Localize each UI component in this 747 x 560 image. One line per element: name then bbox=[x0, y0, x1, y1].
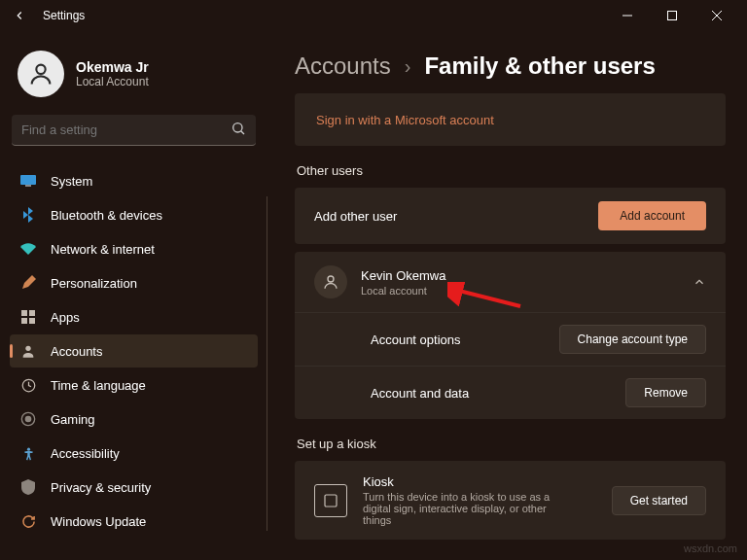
update-icon bbox=[19, 512, 37, 530]
close-button[interactable] bbox=[694, 0, 739, 31]
user-avatar-icon bbox=[314, 265, 347, 298]
sidebar-item-network[interactable]: Network & internet bbox=[10, 232, 258, 265]
remove-button[interactable]: Remove bbox=[625, 378, 706, 407]
main-content: Accounts › Family & other users Sign in … bbox=[267, 31, 747, 560]
kiosk-icon bbox=[314, 484, 347, 517]
breadcrumb: Accounts › Family & other users bbox=[295, 52, 726, 80]
change-account-type-button[interactable]: Change account type bbox=[559, 325, 706, 354]
svg-rect-12 bbox=[29, 318, 35, 324]
sidebar-item-label: Privacy & security bbox=[51, 480, 151, 495]
sidebar-item-label: Network & internet bbox=[51, 242, 155, 257]
window-controls bbox=[605, 0, 739, 31]
brush-icon bbox=[19, 274, 37, 292]
section-other-users: Other users bbox=[297, 163, 726, 178]
user-name: Kevin Okemwa bbox=[361, 268, 445, 283]
svg-rect-11 bbox=[21, 318, 27, 324]
profile-name: Okemwa Jr bbox=[76, 59, 149, 75]
profile-subtitle: Local Account bbox=[76, 75, 149, 88]
svg-point-5 bbox=[233, 123, 242, 132]
window-title: Settings bbox=[43, 9, 85, 22]
signin-card[interactable]: Sign in with a Microsoft account bbox=[295, 93, 726, 146]
svg-point-16 bbox=[25, 416, 30, 421]
page-title: Family & other users bbox=[424, 52, 655, 80]
profile-block[interactable]: Okemwa Jr Local Account bbox=[18, 51, 254, 97]
sidebar-item-system[interactable]: System bbox=[10, 164, 258, 197]
user-subtitle: Local account bbox=[361, 285, 445, 297]
kiosk-title: Kiosk bbox=[363, 474, 577, 489]
sidebar-item-label: Accessibility bbox=[51, 446, 120, 461]
sidebar-item-label: Time & language bbox=[51, 378, 146, 393]
sidebar-item-personalization[interactable]: Personalization bbox=[10, 266, 258, 299]
account-data-row: Account and data Remove bbox=[295, 366, 726, 419]
svg-point-4 bbox=[36, 65, 45, 74]
section-kiosk: Set up a kiosk bbox=[297, 437, 726, 451]
sidebar-item-label: System bbox=[51, 174, 92, 189]
divider bbox=[267, 196, 267, 531]
svg-rect-9 bbox=[21, 310, 27, 316]
svg-rect-7 bbox=[20, 175, 36, 185]
shield-icon bbox=[19, 478, 37, 496]
svg-rect-10 bbox=[29, 310, 35, 316]
avatar bbox=[18, 51, 64, 97]
apps-icon bbox=[19, 308, 37, 326]
sidebar-item-accounts[interactable]: Accounts bbox=[10, 334, 258, 368]
sidebar-item-label: Accounts bbox=[51, 344, 102, 359]
sidebar-item-apps[interactable]: Apps bbox=[10, 300, 258, 333]
signin-link[interactable]: Sign in with a Microsoft account bbox=[316, 113, 494, 127]
sidebar-item-label: Windows Update bbox=[51, 514, 146, 529]
bluetooth-icon bbox=[19, 206, 37, 224]
chevron-right-icon: › bbox=[405, 55, 411, 78]
nav-list: System Bluetooth & devices Network & int… bbox=[10, 163, 258, 539]
sidebar-item-label: Apps bbox=[51, 310, 80, 325]
accessibility-icon bbox=[19, 444, 37, 462]
svg-point-17 bbox=[26, 447, 29, 450]
svg-point-13 bbox=[25, 346, 30, 351]
search-icon bbox=[231, 121, 246, 140]
watermark: wsxdn.com bbox=[684, 542, 737, 554]
svg-rect-8 bbox=[25, 185, 31, 187]
gaming-icon bbox=[19, 410, 37, 428]
system-icon bbox=[19, 172, 37, 190]
get-started-button[interactable]: Get started bbox=[612, 486, 706, 515]
sidebar-item-label: Bluetooth & devices bbox=[51, 208, 162, 223]
account-options-label: Account options bbox=[371, 332, 461, 347]
sidebar-item-bluetooth[interactable]: Bluetooth & devices bbox=[10, 198, 258, 231]
sidebar-item-gaming[interactable]: Gaming bbox=[10, 402, 258, 436]
add-other-user-row: Add other user Add account bbox=[295, 188, 726, 244]
search-input[interactable] bbox=[12, 115, 256, 146]
add-other-user-label: Add other user bbox=[314, 209, 397, 224]
user-card: Kevin Okemwa Local account Account optio… bbox=[295, 252, 726, 419]
kiosk-row: Kiosk Turn this device into a kiosk to u… bbox=[295, 461, 726, 540]
back-button[interactable] bbox=[8, 4, 31, 27]
accounts-icon bbox=[19, 342, 37, 360]
sidebar-item-time[interactable]: Time & language bbox=[10, 368, 258, 402]
add-account-button[interactable]: Add account bbox=[598, 201, 706, 230]
account-data-label: Account and data bbox=[371, 386, 469, 401]
svg-rect-19 bbox=[325, 495, 337, 507]
clock-icon bbox=[19, 376, 37, 394]
svg-rect-1 bbox=[668, 12, 677, 20]
sidebar: Okemwa Jr Local Account System Bluetooth… bbox=[0, 31, 267, 560]
breadcrumb-parent[interactable]: Accounts bbox=[295, 52, 391, 80]
minimize-button[interactable] bbox=[605, 0, 650, 31]
svg-point-18 bbox=[328, 276, 334, 282]
sidebar-item-label: Gaming bbox=[51, 412, 95, 427]
sidebar-item-label: Personalization bbox=[51, 276, 137, 291]
sidebar-item-privacy[interactable]: Privacy & security bbox=[10, 471, 258, 504]
search-container bbox=[12, 115, 256, 146]
account-options-row: Account options Change account type bbox=[295, 312, 726, 366]
user-header-row[interactable]: Kevin Okemwa Local account bbox=[295, 252, 726, 312]
titlebar: Settings bbox=[0, 0, 747, 31]
sidebar-item-accessibility[interactable]: Accessibility bbox=[10, 437, 258, 470]
maximize-button[interactable] bbox=[650, 0, 694, 31]
svg-line-6 bbox=[241, 131, 244, 134]
kiosk-description: Turn this device into a kiosk to use as … bbox=[363, 491, 577, 526]
sidebar-item-update[interactable]: Windows Update bbox=[10, 505, 258, 538]
wifi-icon bbox=[19, 240, 37, 258]
chevron-up-icon bbox=[693, 275, 706, 289]
